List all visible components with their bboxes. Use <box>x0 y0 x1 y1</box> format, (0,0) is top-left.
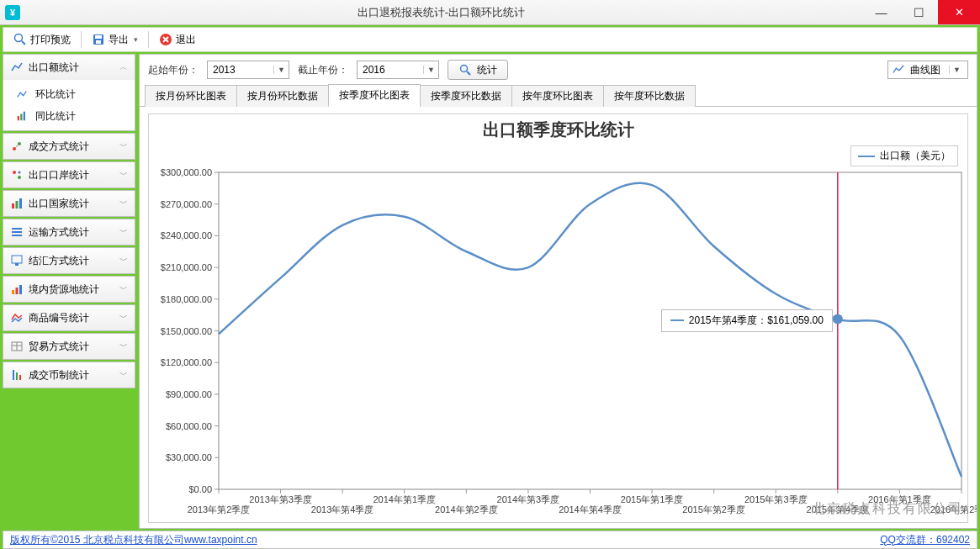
start-year-input[interactable] <box>208 61 273 78</box>
print-preview-button[interactable]: 打印预览 <box>8 31 76 49</box>
chevron-icon: ﹀ <box>119 369 128 381</box>
sidebar-group: 出口国家统计﹀ <box>3 190 135 217</box>
chevron-icon: ﹀ <box>119 340 128 352</box>
svg-rect-32 <box>16 372 18 380</box>
group-label: 贸易方式统计 <box>29 340 89 354</box>
export-label: 导出 <box>109 33 129 47</box>
end-year-select[interactable]: ▼ <box>357 61 439 79</box>
svg-line-13 <box>16 145 19 148</box>
group-icon <box>10 197 24 210</box>
chart-tooltip: 2015年第4季度：$161,059.00 <box>661 309 833 332</box>
svg-text:$120,000.00: $120,000.00 <box>161 357 212 367</box>
svg-rect-21 <box>12 231 22 233</box>
chart-type-select[interactable]: ▼ <box>887 61 968 79</box>
line-chart-icon <box>892 63 905 77</box>
chart-area: 出口额季度环比统计 出口额（美元） $0.00$30,000.00$60,000… <box>140 107 977 528</box>
status-bar: 版权所有©2015 北京税点科技有限公司www.taxpoint.cn QQ交流… <box>3 531 977 549</box>
chart-type-input[interactable] <box>905 61 949 78</box>
sidebar-group-header[interactable]: 境内货源地统计﹀ <box>3 277 135 302</box>
group-icon <box>10 140 24 153</box>
sidebar-group-header[interactable]: 运输方式统计﹀ <box>3 219 135 245</box>
chart-legend: 出口额（美元） <box>850 145 958 166</box>
sidebar-group-header[interactable]: 成交币制统计﹀ <box>3 362 135 388</box>
svg-point-11 <box>13 147 16 150</box>
item-icon <box>15 109 29 123</box>
item-label: 同比统计 <box>35 109 76 124</box>
svg-rect-33 <box>19 375 21 380</box>
chevron-icon: ﹀ <box>119 140 128 152</box>
sidebar: 出口额统计︿环比统计同比统计成交方式统计﹀出口口岸统计﹀出口国家统计﹀运输方式统… <box>3 54 135 529</box>
svg-rect-19 <box>19 198 22 209</box>
end-year-input[interactable] <box>358 61 423 78</box>
group-icon <box>10 254 24 267</box>
svg-point-12 <box>18 142 21 145</box>
subtab[interactable]: 按年度环比数据 <box>603 85 696 107</box>
exit-button[interactable]: 退出 <box>154 31 201 49</box>
sidebar-group-header[interactable]: 贸易方式统计﹀ <box>3 334 135 359</box>
svg-rect-58 <box>219 172 961 489</box>
chevron-down-icon: ▼ <box>423 66 438 74</box>
sidebar-group-header[interactable]: 出口口岸统计﹀ <box>3 162 135 187</box>
sidebar-group-header[interactable]: 结汇方式统计﹀ <box>3 248 135 273</box>
svg-rect-3 <box>95 35 102 39</box>
sidebar-item[interactable]: 同比统计 <box>3 105 135 127</box>
group-label: 成交方式统计 <box>29 140 89 154</box>
svg-rect-4 <box>96 40 101 44</box>
svg-rect-31 <box>13 370 14 380</box>
chart-plot: $0.00$30,000.00$60,000.00$90,000.00$120,… <box>140 107 977 528</box>
subtab[interactable]: 按月份环比图表 <box>145 85 237 107</box>
sidebar-group-header[interactable]: 出口额统计︿ <box>3 55 135 80</box>
qq-link[interactable]: QQ交流群：692402 <box>880 534 970 546</box>
export-button[interactable]: 导出 ▾ <box>87 31 143 49</box>
svg-text:2013年第4季度: 2013年第4季度 <box>311 504 374 515</box>
svg-rect-20 <box>12 228 22 230</box>
sidebar-group: 商品编号统计﹀ <box>3 304 135 331</box>
chevron-icon: ﹀ <box>119 169 128 181</box>
separator <box>148 31 149 48</box>
group-icon <box>10 368 24 382</box>
subtab[interactable]: 按月份环比数据 <box>236 85 329 107</box>
sidebar-group: 结汇方式统计﹀ <box>3 247 135 274</box>
group-icon <box>10 282 24 296</box>
tooltip-text: 2015年第4季度：$161,059.00 <box>689 314 824 328</box>
group-label: 运输方式统计 <box>29 225 89 240</box>
subtab[interactable]: 按年度环比图表 <box>511 85 604 107</box>
minimize-button[interactable]: — <box>862 0 900 24</box>
sub-tabs: 按月份环比图表按月份环比数据按季度环比图表按季度环比数据按年度环比图表按年度环比… <box>140 85 977 107</box>
svg-rect-8 <box>18 116 19 120</box>
stat-button-label: 统计 <box>477 63 497 77</box>
sidebar-group-header[interactable]: 成交方式统计﹀ <box>3 134 135 159</box>
close-button[interactable]: ✕ <box>938 0 980 24</box>
svg-point-16 <box>19 172 21 174</box>
group-icon <box>10 225 24 239</box>
tooltip-swatch <box>670 317 684 324</box>
sidebar-group: 出口口岸统计﹀ <box>3 161 135 188</box>
copyright-link[interactable]: 版权所有©2015 北京税点科技有限公司www.taxpoint.cn <box>10 534 257 546</box>
stat-button[interactable]: 统计 <box>448 60 508 80</box>
svg-text:2015年第2季度: 2015年第2季度 <box>682 504 745 515</box>
separator <box>81 31 82 48</box>
item-label: 环比统计 <box>35 87 76 102</box>
copyright: 版权所有©2015 北京税点科技有限公司www.taxpoint.cn <box>10 533 257 547</box>
subtab[interactable]: 按季度环比数据 <box>420 85 512 107</box>
svg-point-34 <box>461 66 468 72</box>
sidebar-group: 出口额统计︿环比统计同比统计 <box>3 54 135 131</box>
group-label: 商品编号统计 <box>29 311 89 325</box>
subtab[interactable]: 按季度环比图表 <box>328 84 421 107</box>
svg-text:$150,000.00: $150,000.00 <box>161 326 212 336</box>
sidebar-group-header[interactable]: 商品编号统计﹀ <box>3 305 135 330</box>
svg-text:$30,000.00: $30,000.00 <box>166 452 212 462</box>
svg-rect-22 <box>12 235 22 236</box>
svg-text:$240,000.00: $240,000.00 <box>161 230 212 240</box>
chevron-icon: ﹀ <box>119 312 128 324</box>
sidebar-item[interactable]: 环比统计 <box>3 83 135 105</box>
svg-rect-26 <box>16 288 19 294</box>
start-year-select[interactable]: ▼ <box>207 61 289 79</box>
svg-text:$60,000.00: $60,000.00 <box>166 421 212 431</box>
maximize-button[interactable]: ☐ <box>900 0 938 24</box>
end-year-label: 截止年份： <box>298 63 348 77</box>
chevron-icon: ﹀ <box>119 255 128 267</box>
sidebar-group-header[interactable]: 出口国家统计﹀ <box>3 191 135 216</box>
svg-text:$300,000.00: $300,000.00 <box>161 167 212 177</box>
chevron-icon: ﹀ <box>119 198 128 209</box>
